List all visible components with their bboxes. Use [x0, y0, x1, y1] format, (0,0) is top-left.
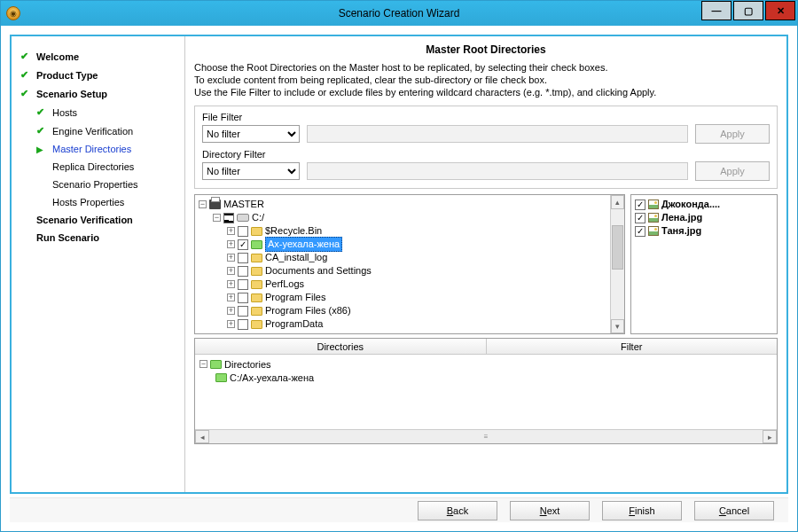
- tree-row[interactable]: +CA_install_log: [199, 251, 606, 264]
- scrollbar[interactable]: ▴ ▾: [610, 195, 624, 333]
- back-button[interactable]: Back: [418, 501, 497, 520]
- file-row[interactable]: Таня.jpg: [635, 224, 759, 238]
- checkbox[interactable]: [238, 239, 248, 250]
- directory-filter-select[interactable]: No filter: [202, 162, 300, 180]
- expand-icon[interactable]: +: [227, 320, 235, 328]
- nav-scenario-properties[interactable]: Scenario Properties: [20, 177, 177, 192]
- nav-master-directories[interactable]: ▶ Master Directories: [20, 142, 177, 156]
- nav-welcome[interactable]: ✔ Welcome: [20, 49, 177, 64]
- next-button[interactable]: Next: [510, 501, 590, 520]
- checkbox[interactable]: [238, 293, 248, 303]
- window-title: Scenario Creation Wizard: [1, 7, 797, 20]
- folder-icon: [251, 320, 262, 329]
- cancel-button[interactable]: Cancel: [694, 501, 774, 520]
- directory-tree[interactable]: −MASTER−C:/+$Recycle.Bin+Ах-уехала-жена+…: [194, 194, 625, 334]
- scroll-up-icon[interactable]: ▴: [611, 195, 624, 209]
- checkbox[interactable]: [635, 213, 645, 223]
- image-file-icon: [648, 200, 659, 209]
- collapse-icon[interactable]: −: [213, 214, 221, 222]
- checkbox[interactable]: [223, 213, 234, 223]
- close-button[interactable]: ✕: [765, 1, 795, 20]
- scroll-left-icon[interactable]: ◂: [195, 430, 209, 443]
- scroll-thumb[interactable]: [612, 225, 623, 270]
- app-icon: ◉: [6, 6, 20, 20]
- directory-filter-apply-button[interactable]: Apply: [695, 161, 770, 181]
- file-filter-select[interactable]: No filter: [202, 125, 300, 143]
- col-filter[interactable]: Filter: [487, 339, 778, 354]
- nav-hosts[interactable]: ✔ Hosts: [20, 105, 177, 120]
- directory-filter-label: Directory Filter: [202, 149, 770, 160]
- directories-filter-table: Directories Filter − Directories C:/Ах-у…: [194, 338, 778, 444]
- drive-icon: [237, 214, 249, 222]
- instructions: Choose the Root Directories on the Maste…: [194, 61, 778, 98]
- folder-icon: [251, 254, 262, 262]
- check-icon: ✔: [20, 51, 31, 62]
- folder-icon: [215, 373, 227, 382]
- collapse-icon[interactable]: −: [200, 360, 207, 368]
- summary-path[interactable]: C:/Ах-уехала-жена: [200, 371, 772, 384]
- filter-group: File Filter No filter Apply Directory Fi…: [194, 106, 778, 189]
- directory-filter-input[interactable]: [307, 162, 688, 180]
- checkbox[interactable]: [238, 253, 248, 263]
- nav-scenario-setup[interactable]: ✔ Scenario Setup: [20, 86, 177, 101]
- expand-icon[interactable]: +: [227, 267, 235, 275]
- expand-icon[interactable]: +: [227, 293, 235, 301]
- tree-row[interactable]: −C:/: [199, 211, 606, 224]
- check-icon: ✔: [20, 88, 31, 99]
- nav-hosts-properties[interactable]: Hosts Properties: [20, 195, 177, 209]
- folder-icon: [251, 280, 262, 289]
- folder-icon: [251, 267, 262, 276]
- tree-row[interactable]: −MASTER: [199, 198, 606, 211]
- tree-row[interactable]: +Documents and Settings: [199, 264, 606, 278]
- finish-button[interactable]: Finish: [602, 501, 682, 520]
- tree-row[interactable]: +Ах-уехала-жена: [199, 238, 606, 251]
- tree-row[interactable]: +PerfLogs: [199, 278, 606, 291]
- nav-product-type[interactable]: ✔ Product Type: [20, 67, 177, 82]
- nav-scenario-verification[interactable]: Scenario Verification: [20, 213, 177, 227]
- expand-icon[interactable]: +: [227, 227, 235, 235]
- checkbox[interactable]: [238, 226, 248, 237]
- checkbox[interactable]: [238, 266, 248, 277]
- folder-icon: [251, 307, 262, 316]
- tree-row[interactable]: +Program Files: [199, 291, 606, 304]
- nav-replica-directories[interactable]: Replica Directories: [20, 160, 177, 174]
- scroll-right-icon[interactable]: ▸: [763, 430, 777, 443]
- col-directories[interactable]: Directories: [195, 339, 487, 354]
- check-icon: ✔: [20, 69, 31, 81]
- checkbox[interactable]: [238, 306, 248, 317]
- folder-icon: [251, 240, 262, 249]
- collapse-icon[interactable]: −: [199, 200, 207, 208]
- file-filter-input[interactable]: [307, 125, 688, 143]
- tree-row[interactable]: +ProgramData: [199, 317, 606, 331]
- expand-icon[interactable]: +: [227, 280, 235, 288]
- nav-run-scenario[interactable]: Run Scenario: [20, 231, 177, 245]
- check-icon: ✔: [36, 125, 47, 137]
- scroll-down-icon[interactable]: ▾: [611, 319, 624, 333]
- image-file-icon: [648, 226, 659, 236]
- maximize-button[interactable]: ▢: [733, 1, 763, 20]
- checkbox[interactable]: [635, 200, 645, 210]
- file-filter-apply-button[interactable]: Apply: [695, 124, 770, 144]
- expand-icon[interactable]: +: [227, 240, 235, 248]
- checkbox[interactable]: [238, 319, 248, 330]
- image-file-icon: [648, 213, 659, 223]
- h-scrollbar[interactable]: ◂ ≡ ▸: [195, 429, 777, 443]
- checkbox[interactable]: [635, 226, 645, 237]
- summary-root[interactable]: − Directories: [200, 357, 772, 371]
- file-list[interactable]: Джоконда....Лена.jpgТаня.jpg: [630, 194, 778, 334]
- wizard-footer: Back Next Finish Cancel: [10, 497, 788, 522]
- tree-row[interactable]: +$Recycle.Bin: [199, 224, 606, 238]
- file-row[interactable]: Лена.jpg: [635, 211, 759, 224]
- triangle-icon: ▶: [36, 145, 47, 154]
- folder-icon: [251, 293, 262, 302]
- file-filter-label: File Filter: [202, 112, 770, 122]
- tree-row[interactable]: +Program Files (x86): [199, 304, 606, 317]
- minimize-button[interactable]: —: [701, 1, 732, 20]
- expand-icon[interactable]: +: [227, 307, 235, 315]
- checkbox[interactable]: [238, 279, 248, 290]
- nav-engine-verification[interactable]: ✔ Engine Verification: [20, 123, 177, 138]
- folder-icon: [210, 360, 222, 369]
- expand-icon[interactable]: +: [227, 254, 235, 262]
- file-row[interactable]: Джоконда....: [635, 198, 759, 211]
- wizard-nav: ✔ Welcome ✔ Product Type ✔ Scenario Setu…: [12, 36, 184, 492]
